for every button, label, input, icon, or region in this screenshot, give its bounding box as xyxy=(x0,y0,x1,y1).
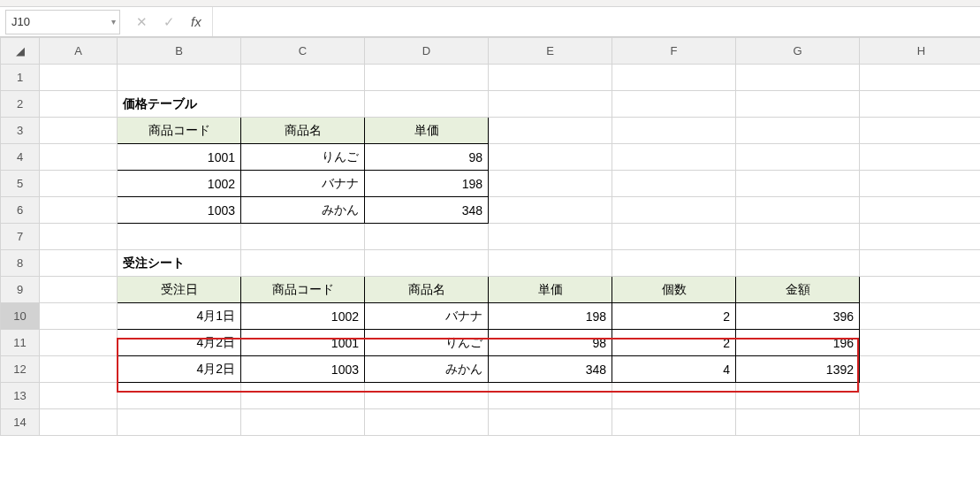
cell[interactable] xyxy=(40,91,118,118)
cell[interactable] xyxy=(860,144,981,171)
order-cell[interactable]: 4 xyxy=(612,356,736,383)
cell[interactable] xyxy=(40,65,118,91)
row-header[interactable]: 1 xyxy=(1,65,40,91)
cell[interactable] xyxy=(860,250,981,277)
cell[interactable] xyxy=(241,65,365,91)
cell[interactable] xyxy=(118,224,241,250)
col-header[interactable]: B xyxy=(118,38,241,65)
row-header[interactable]: 10 xyxy=(1,303,40,330)
name-box[interactable]: J10 ▾ xyxy=(5,10,120,34)
cell[interactable] xyxy=(860,171,981,197)
cell[interactable] xyxy=(612,91,736,118)
order-header-name[interactable]: 商品名 xyxy=(365,277,489,303)
cell[interactable] xyxy=(736,91,860,118)
cell[interactable] xyxy=(736,144,860,171)
order-cell[interactable]: バナナ xyxy=(365,303,489,330)
cell[interactable] xyxy=(118,409,241,436)
cell[interactable] xyxy=(612,250,736,277)
cell[interactable] xyxy=(365,65,489,91)
cell[interactable] xyxy=(736,383,860,409)
cell[interactable] xyxy=(489,383,612,409)
cell[interactable] xyxy=(241,383,365,409)
cell[interactable] xyxy=(860,91,981,118)
col-header[interactable]: E xyxy=(489,38,612,65)
price-cell[interactable]: りんご xyxy=(241,144,365,171)
spreadsheet-grid[interactable]: ◢ A B C D E F G H 1 2 価格テーブル 3 商品コード 商品名… xyxy=(0,37,980,436)
cell[interactable] xyxy=(118,383,241,409)
select-all-corner[interactable]: ◢ xyxy=(1,38,40,65)
cell[interactable] xyxy=(489,65,612,91)
cell[interactable] xyxy=(612,197,736,224)
order-header-date[interactable]: 受注日 xyxy=(118,277,241,303)
cell[interactable] xyxy=(612,224,736,250)
col-header[interactable]: C xyxy=(241,38,365,65)
cell[interactable] xyxy=(860,224,981,250)
order-header-code[interactable]: 商品コード xyxy=(241,277,365,303)
cell[interactable] xyxy=(365,250,489,277)
cell[interactable] xyxy=(860,383,981,409)
order-cell[interactable]: 98 xyxy=(489,330,612,356)
cell[interactable] xyxy=(40,224,118,250)
cell[interactable] xyxy=(489,197,612,224)
cell[interactable] xyxy=(40,144,118,171)
cell[interactable] xyxy=(489,224,612,250)
cell[interactable] xyxy=(860,197,981,224)
cell[interactable] xyxy=(241,409,365,436)
order-cell[interactable]: 1001 xyxy=(241,330,365,356)
row-header[interactable]: 8 xyxy=(1,250,40,277)
row-header[interactable]: 11 xyxy=(1,330,40,356)
order-cell[interactable]: 198 xyxy=(489,303,612,330)
col-header[interactable]: F xyxy=(612,38,736,65)
cell[interactable] xyxy=(118,65,241,91)
cell[interactable] xyxy=(860,277,981,303)
cell[interactable] xyxy=(860,118,981,144)
row-header[interactable]: 5 xyxy=(1,171,40,197)
row-header[interactable]: 12 xyxy=(1,356,40,383)
order-cell[interactable]: 348 xyxy=(489,356,612,383)
cell[interactable] xyxy=(40,356,118,383)
row-header[interactable]: 13 xyxy=(1,383,40,409)
cell[interactable] xyxy=(736,171,860,197)
price-header-name[interactable]: 商品名 xyxy=(241,118,365,144)
cell[interactable] xyxy=(860,409,981,436)
cell[interactable] xyxy=(40,277,118,303)
cell[interactable] xyxy=(489,171,612,197)
order-header-price[interactable]: 単価 xyxy=(489,277,612,303)
col-header[interactable]: A xyxy=(40,38,118,65)
order-cell[interactable]: 2 xyxy=(612,330,736,356)
cell[interactable] xyxy=(489,91,612,118)
price-table-title[interactable]: 価格テーブル xyxy=(118,91,241,118)
cell[interactable] xyxy=(612,171,736,197)
formula-input[interactable] xyxy=(213,7,980,36)
price-cell[interactable]: 1002 xyxy=(118,171,241,197)
price-cell[interactable]: 1003 xyxy=(118,197,241,224)
cell[interactable] xyxy=(365,409,489,436)
cell[interactable] xyxy=(40,330,118,356)
fx-icon[interactable]: fx xyxy=(191,14,201,29)
cell[interactable] xyxy=(736,118,860,144)
price-cell[interactable]: 198 xyxy=(365,171,489,197)
cell[interactable] xyxy=(736,197,860,224)
cell[interactable] xyxy=(40,197,118,224)
order-cell[interactable]: 396 xyxy=(736,303,860,330)
cell[interactable] xyxy=(612,118,736,144)
cell[interactable] xyxy=(241,91,365,118)
order-header-qty[interactable]: 個数 xyxy=(612,277,736,303)
cell[interactable] xyxy=(489,118,612,144)
cell[interactable] xyxy=(736,65,860,91)
order-cell[interactable]: 2 xyxy=(612,303,736,330)
cell[interactable] xyxy=(40,409,118,436)
row-header[interactable]: 3 xyxy=(1,118,40,144)
order-cell[interactable]: 1392 xyxy=(736,356,860,383)
row-header[interactable]: 14 xyxy=(1,409,40,436)
cell[interactable] xyxy=(860,356,981,383)
name-box-dropdown-icon[interactable]: ▾ xyxy=(111,17,116,27)
order-cell[interactable]: 1002 xyxy=(241,303,365,330)
cell[interactable] xyxy=(40,250,118,277)
row-header[interactable]: 9 xyxy=(1,277,40,303)
cell[interactable] xyxy=(40,118,118,144)
cell[interactable] xyxy=(860,303,981,330)
cell[interactable] xyxy=(241,250,365,277)
cell[interactable] xyxy=(365,91,489,118)
cell[interactable] xyxy=(489,409,612,436)
